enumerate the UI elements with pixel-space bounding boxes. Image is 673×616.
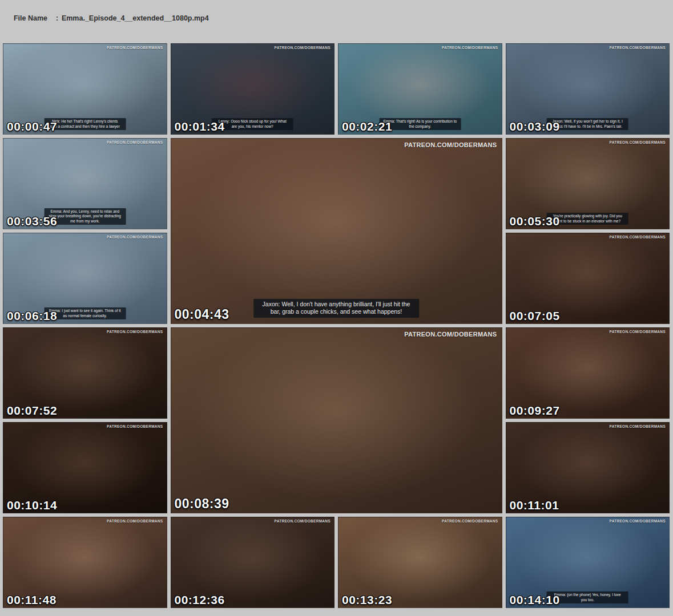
- patreon-watermark-text: PATREON.COM/DOBERMANS: [609, 519, 666, 523]
- timestamp-label: 00:03:56: [7, 214, 57, 228]
- timestamp-label: 00:01:34: [175, 120, 225, 133]
- video-thumbnail: PATREON.COM/DOBERMANS 00:10:14: [3, 422, 167, 513]
- timestamp-label: 00:04:43: [175, 307, 229, 322]
- separator: :: [56, 14, 62, 23]
- video-thumbnail: PATREON.COM/DOBERMANS 00:11:48: [3, 517, 167, 608]
- video-thumbnail: PATREON.COM/DOBERMANS Lenny: Oooo Nick s…: [171, 43, 335, 135]
- timestamp-label: 00:00:47: [7, 120, 57, 133]
- video-thumbnail: PATREON.COM/DOBERMANS Emma: That's right…: [338, 43, 502, 135]
- timestamp-label: 00:12:36: [175, 593, 225, 607]
- patreon-watermark-text: PATREON.COM/DOBERMANS: [107, 519, 163, 523]
- patreon-watermark-text: PATREON.COM/DOBERMANS: [609, 140, 666, 144]
- video-thumbnail: PATREON.COM/DOBERMANS Jaxon: Well, if yo…: [506, 43, 670, 135]
- file-name-value: Emma._Episode_4__extended__1080p.mp4: [62, 14, 209, 22]
- timestamp-label: 00:06:18: [7, 309, 57, 323]
- file-info-header: File Name:Emma._Episode_4__extended__108…: [0, 0, 673, 43]
- video-thumbnail: PATREON.COM/DOBERMANS Emma: And you, Len…: [3, 138, 167, 229]
- video-thumbnail: PATREON.COM/DOBERMANS 00:13:23: [338, 517, 502, 608]
- patreon-watermark-text: PATREON.COM/DOBERMANS: [442, 46, 498, 50]
- patreon-watermark-text: PATREON.COM/DOBERMANS: [274, 519, 331, 523]
- video-thumbnail: PATREON.COM/DOBERMANS 00:11:01: [506, 422, 670, 513]
- file-name-row: File Name:Emma._Episode_4__extended__108…: [6, 4, 673, 33]
- timestamp-label: 00:05:30: [510, 214, 560, 228]
- patreon-watermark-text: PATREON.COM/DOBERMANS: [107, 330, 163, 334]
- patreon-watermark-text: PATREON.COM/DOBERMANS: [609, 46, 666, 50]
- patreon-watermark-text: PATREON.COM/DOBERMANS: [107, 235, 163, 239]
- timestamp-label: 00:10:14: [7, 499, 57, 512]
- subtitle-caption: Jaxon: Well, I don't have anything brill…: [253, 299, 419, 318]
- timestamp-label: 00:07:52: [7, 404, 57, 418]
- file-name-label: File Name: [14, 14, 56, 23]
- timestamp-label: 00:11:01: [510, 499, 559, 512]
- patreon-watermark-text: PATREON.COM/DOBERMANS: [107, 46, 163, 50]
- patreon-watermark-text: PATREON.COM/DOBERMANS: [442, 519, 498, 523]
- video-thumbnail: PATREON.COM/DOBERMANS Nick: He he! That'…: [3, 43, 167, 135]
- video-thumbnail: PATREON.COM/DOBERMANS 00:07:52: [3, 327, 167, 419]
- patreon-watermark-text: PATREON.COM/DOBERMANS: [609, 235, 666, 239]
- timestamp-label: 00:02:21: [342, 120, 392, 133]
- video-thumbnail: PATREON.COM/DOBERMANS Emma: (on the phon…: [506, 517, 670, 608]
- video-thumbnail: PATREON.COM/DOBERMANS Jaxon: Well, I don…: [171, 138, 502, 324]
- timestamp-label: 00:09:27: [510, 404, 560, 418]
- video-thumbnail: PATREON.COM/DOBERMANS 00:09:27: [506, 327, 670, 419]
- video-thumbnail: PATREON.COM/DOBERMANS You're practically…: [506, 138, 670, 229]
- timestamp-label: 00:03:09: [510, 120, 560, 133]
- video-thumbnail: PATREON.COM/DOBERMANS 00:07:05: [506, 233, 670, 324]
- timestamp-label: 00:13:23: [342, 593, 392, 607]
- video-thumbnail: PATREON.COM/DOBERMANS 00:08:39: [171, 327, 502, 513]
- timestamp-label: 00:08:39: [175, 496, 229, 512]
- patreon-watermark-text: PATREON.COM/DOBERMANS: [609, 424, 666, 428]
- timestamp-label: 00:11:48: [7, 593, 57, 607]
- patreon-watermark-text: PATREON.COM/DOBERMANS: [107, 140, 163, 144]
- patreon-watermark-text: PATREON.COM/DOBERMANS: [274, 46, 331, 50]
- timestamp-label: 00:14:10: [510, 593, 560, 607]
- patreon-watermark-text: PATREON.COM/DOBERMANS: [107, 424, 163, 428]
- video-thumbnail: PATREON.COM/DOBERMANS 00:12:36: [171, 517, 335, 608]
- patreon-watermark-text: PATREON.COM/DOBERMANS: [609, 330, 666, 334]
- patreon-watermark-text: PATREON.COM/DOBERMANS: [404, 331, 497, 338]
- video-thumbnail: PATREON.COM/DOBERMANS Emma: I just want …: [3, 233, 167, 324]
- patreon-watermark-text: PATREON.COM/DOBERMANS: [404, 141, 497, 148]
- timestamp-label: 00:07:05: [510, 309, 560, 323]
- thumbnail-grid: PATREON.COM/DOBERMANS Nick: He he! That'…: [3, 43, 670, 608]
